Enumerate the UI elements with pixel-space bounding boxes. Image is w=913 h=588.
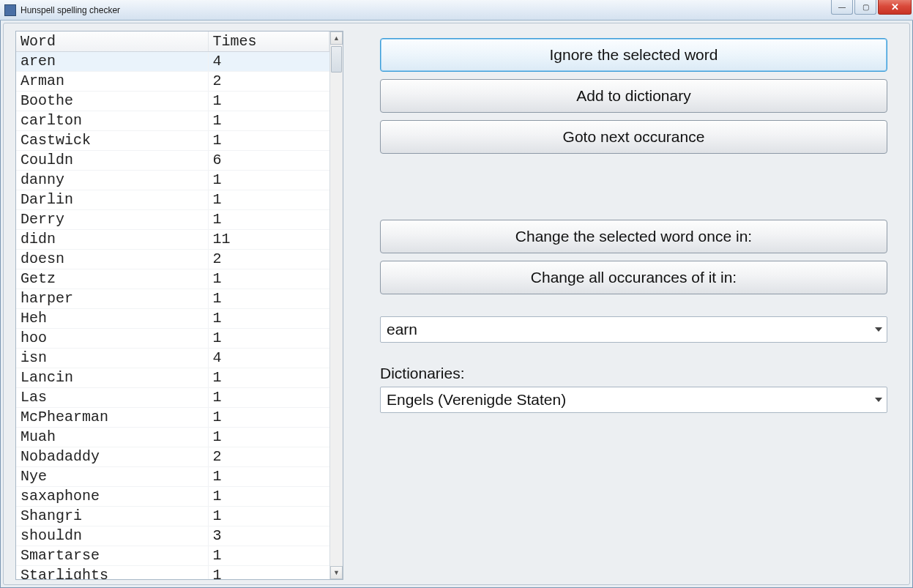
cell-times: 1 bbox=[208, 566, 329, 581]
word-list-container: Word Times aren4Arman2Boothe1carlton1Cas… bbox=[15, 31, 343, 580]
cell-times: 1 bbox=[208, 309, 329, 329]
cell-word: doesn bbox=[16, 250, 208, 269]
suggestion-value: earn bbox=[387, 321, 417, 338]
cell-word: harper bbox=[16, 289, 208, 309]
right-pane: Ignore the selected word Add to dictiona… bbox=[380, 38, 887, 570]
table-row[interactable]: didn11 bbox=[16, 230, 329, 250]
dropdown-caret-icon bbox=[875, 398, 882, 402]
cell-word: Lancin bbox=[16, 368, 208, 388]
table-row[interactable]: shouldn3 bbox=[16, 526, 329, 546]
table-row[interactable]: Muah1 bbox=[16, 428, 329, 447]
table-row[interactable]: Arman2 bbox=[16, 72, 329, 92]
cell-times: 1 bbox=[208, 546, 329, 566]
cell-word: didn bbox=[16, 230, 208, 250]
titlebar[interactable]: Hunspell spelling checker — ▢ ✕ bbox=[0, 0, 913, 21]
scroll-up-button[interactable]: ▲ bbox=[330, 31, 343, 45]
table-row[interactable]: Couldn6 bbox=[16, 151, 329, 171]
col-header-times[interactable]: Times bbox=[208, 31, 329, 52]
table-row[interactable]: Darlin1 bbox=[16, 190, 329, 210]
change-all-button[interactable]: Change all occurances of it in: bbox=[380, 261, 887, 294]
cell-word: Arman bbox=[16, 72, 208, 92]
cell-times: 1 bbox=[208, 190, 329, 210]
table-row[interactable]: Castwick1 bbox=[16, 131, 329, 151]
cell-word: Muah bbox=[16, 428, 208, 447]
cell-times: 2 bbox=[208, 447, 329, 467]
cell-times: 1 bbox=[208, 388, 329, 408]
cell-times: 2 bbox=[208, 72, 329, 92]
table-row[interactable]: doesn2 bbox=[16, 250, 329, 269]
cell-times: 1 bbox=[208, 131, 329, 151]
dictionary-dropdown[interactable]: Engels (Verenigde Staten) bbox=[380, 387, 887, 413]
word-list-table[interactable]: Word Times aren4Arman2Boothe1carlton1Cas… bbox=[16, 31, 329, 580]
cell-times: 4 bbox=[208, 349, 329, 368]
cell-word: Couldn bbox=[16, 151, 208, 171]
cell-word: Nye bbox=[16, 467, 208, 487]
cell-word: aren bbox=[16, 52, 208, 72]
suggestion-dropdown[interactable]: earn bbox=[380, 316, 887, 343]
cell-word: McPhearman bbox=[16, 408, 208, 428]
scroll-down-button[interactable]: ▼ bbox=[330, 566, 343, 579]
change-once-button[interactable]: Change the selected word once in: bbox=[380, 220, 887, 253]
client-area: Word Times aren4Arman2Boothe1carlton1Cas… bbox=[0, 21, 913, 588]
goto-next-button[interactable]: Goto next occurance bbox=[380, 120, 887, 154]
cell-times: 1 bbox=[208, 269, 329, 289]
cell-times: 6 bbox=[208, 151, 329, 171]
dropdown-caret-icon bbox=[875, 327, 882, 332]
table-row[interactable]: Nye1 bbox=[16, 467, 329, 487]
table-row[interactable]: isn4 bbox=[16, 349, 329, 368]
table-row[interactable]: danny1 bbox=[16, 171, 329, 190]
table-row[interactable]: Boothe1 bbox=[16, 92, 329, 111]
add-to-dictionary-button[interactable]: Add to dictionary bbox=[380, 79, 887, 113]
cell-word: Shangri bbox=[16, 507, 208, 526]
table-row[interactable]: Smartarse1 bbox=[16, 546, 329, 566]
table-row[interactable]: carlton1 bbox=[16, 111, 329, 131]
ignore-button[interactable]: Ignore the selected word bbox=[380, 38, 887, 72]
table-row[interactable]: Derry1 bbox=[16, 210, 329, 230]
table-row[interactable]: Heh1 bbox=[16, 309, 329, 329]
cell-word: isn bbox=[16, 349, 208, 368]
cell-word: Castwick bbox=[16, 131, 208, 151]
cell-word: Starlights bbox=[16, 566, 208, 581]
table-row[interactable]: Getz1 bbox=[16, 269, 329, 289]
table-row[interactable]: Shangri1 bbox=[16, 507, 329, 526]
cell-times: 1 bbox=[208, 507, 329, 526]
dictionary-value: Engels (Verenigde Staten) bbox=[387, 391, 566, 409]
main-panel: Word Times aren4Arman2Boothe1carlton1Cas… bbox=[3, 23, 910, 585]
cell-word: Nobadaddy bbox=[16, 447, 208, 467]
table-row[interactable]: Nobadaddy2 bbox=[16, 447, 329, 467]
cell-word: Boothe bbox=[16, 92, 208, 111]
table-row[interactable]: Las1 bbox=[16, 388, 329, 408]
table-row[interactable]: Lancin1 bbox=[16, 368, 329, 388]
cell-times: 1 bbox=[208, 111, 329, 131]
cell-times: 1 bbox=[208, 487, 329, 507]
cell-word: carlton bbox=[16, 111, 208, 131]
cell-times: 1 bbox=[208, 329, 329, 349]
cell-word: Smartarse bbox=[16, 546, 208, 566]
cell-times: 1 bbox=[208, 368, 329, 388]
cell-times: 1 bbox=[208, 92, 329, 111]
table-header-row: Word Times bbox=[16, 31, 329, 52]
table-row[interactable]: saxaphone1 bbox=[16, 487, 329, 507]
table-row[interactable]: harper1 bbox=[16, 289, 329, 309]
cell-word: Darlin bbox=[16, 190, 208, 210]
scrollbar-vertical[interactable]: ▲ ▼ bbox=[329, 31, 343, 579]
cell-times: 4 bbox=[208, 52, 329, 72]
cell-word: shouldn bbox=[16, 526, 208, 546]
table-row[interactable]: hoo1 bbox=[16, 329, 329, 349]
table-row[interactable]: McPhearman1 bbox=[16, 408, 329, 428]
minimize-button[interactable]: — bbox=[831, 0, 853, 15]
cell-times: 2 bbox=[208, 250, 329, 269]
scroll-thumb[interactable] bbox=[331, 46, 342, 72]
cell-word: saxaphone bbox=[16, 487, 208, 507]
cell-times: 1 bbox=[208, 467, 329, 487]
col-header-word[interactable]: Word bbox=[16, 31, 208, 52]
cell-times: 3 bbox=[208, 526, 329, 546]
cell-times: 1 bbox=[208, 210, 329, 230]
table-row[interactable]: Starlights1 bbox=[16, 566, 329, 581]
cell-word: hoo bbox=[16, 329, 208, 349]
window-controls: — ▢ ✕ bbox=[830, 0, 913, 16]
cell-times: 1 bbox=[208, 289, 329, 309]
close-button[interactable]: ✕ bbox=[878, 0, 912, 15]
maximize-button[interactable]: ▢ bbox=[854, 0, 876, 15]
table-row[interactable]: aren4 bbox=[16, 52, 329, 72]
